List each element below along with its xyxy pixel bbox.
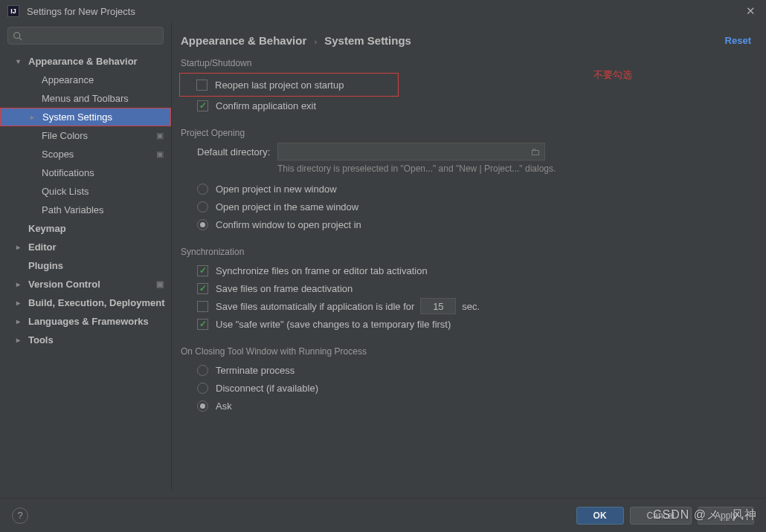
app-logo-icon: IJ [7,5,19,17]
footer: ? OK Cancel Apply [0,498,766,532]
confirm-exit-row[interactable]: Confirm application exit [181,97,751,114]
tree-appearance-behavior[interactable]: ▾Appearance & Behavior [0,52,171,71]
main-panel: Appearance & Behavior › System Settings … [172,22,766,490]
svg-line-1 [19,37,22,39]
project-icon: ▣ [156,279,164,289]
section-startup: Startup/Shutdown [181,58,751,68]
chevron-right-icon: ▸ [30,113,34,121]
sidebar: ▾Appearance & Behavior Appearance Menus … [0,22,172,490]
svg-point-0 [14,32,20,38]
sync-idle-row[interactable]: Save files automatically if application … [181,297,751,315]
chevron-right-icon: › [314,37,317,46]
close-ask-row[interactable]: Ask [181,397,751,415]
default-directory-input[interactable]: 🗀 [277,143,545,160]
checkbox-checked[interactable] [197,319,208,330]
safe-write-row[interactable]: Use "safe write" (save changes to a temp… [181,315,751,333]
open-same-window-row[interactable]: Open project in the same window [181,198,751,215]
tree-path-variables[interactable]: Path Variables [0,201,171,219]
tree-editor[interactable]: ▸Editor [0,238,171,256]
tree-version-control[interactable]: ▸Version Control▣ [0,275,171,293]
section-sync: Synchronization [181,247,751,257]
ok-button[interactable]: OK [576,507,624,525]
close-terminate-row[interactable]: Terminate process [181,361,751,379]
default-directory-row: Default directory: 🗀 [181,143,751,160]
checkbox-checked[interactable] [197,100,208,111]
tree-plugins[interactable]: Plugins [0,256,171,275]
title-bar: IJ Settings for New Projects ✕ [0,0,766,22]
breadcrumb: Appearance & Behavior › System Settings … [181,30,751,51]
idle-seconds-input[interactable]: 15 [420,298,456,314]
radio-unchecked[interactable] [197,383,208,394]
section-closing: On Closing Tool Window with Running Proc… [181,346,751,357]
tree-notifications[interactable]: Notifications [0,163,171,182]
window-title: Settings for New Projects [27,6,743,17]
breadcrumb-root[interactable]: Appearance & Behavior [181,34,306,47]
chevron-right-icon: ▸ [16,280,20,288]
radio-unchecked[interactable] [197,184,208,195]
checkbox-unchecked[interactable] [196,80,207,91]
project-icon: ▣ [156,131,164,140]
sync-deactivation-row[interactable]: Save files on frame deactivation [181,279,751,297]
tree-file-colors[interactable]: File Colors▣ [0,126,171,145]
default-directory-label: Default directory: [197,146,277,158]
reopen-last-project-row[interactable]: Reopen last project on startup [180,76,398,94]
reset-link[interactable]: Reset [725,35,751,46]
tree-tools[interactable]: ▸Tools [0,331,171,349]
open-new-window-row[interactable]: Open project in new window [181,180,751,198]
default-directory-hint: This directory is preselected in "Open..… [181,163,751,174]
checkbox-unchecked[interactable] [197,301,208,312]
breadcrumb-leaf: System Settings [324,34,411,47]
radio-unchecked[interactable] [197,201,208,213]
chevron-down-icon: ▾ [16,57,20,65]
radio-checked[interactable] [197,400,208,412]
search-icon [13,31,22,41]
radio-unchecked[interactable] [197,365,208,376]
chevron-right-icon: ▸ [16,299,20,307]
close-disconnect-row[interactable]: Disconnect (if available) [181,379,751,397]
cancel-button[interactable]: Cancel [630,507,692,525]
annotation-text: 不要勾选 [593,68,632,82]
tree-build[interactable]: ▸Build, Execution, Deployment [0,293,171,312]
project-icon: ▣ [156,149,164,159]
annotation-box: Reopen last project on startup [179,73,399,97]
sync-activation-row[interactable]: Synchronize files on frame or editor tab… [181,262,751,279]
tree-quick-lists[interactable]: Quick Lists [0,182,171,201]
apply-button[interactable]: Apply [698,507,754,525]
chevron-right-icon: ▸ [16,336,20,344]
tree-keymap[interactable]: Keymap [0,219,171,238]
tree-scopes[interactable]: Scopes▣ [0,145,171,163]
help-button[interactable]: ? [12,507,28,524]
checkbox-checked[interactable] [197,265,208,276]
tree-menus-toolbars[interactable]: Menus and Toolbars [0,89,171,108]
folder-icon[interactable]: 🗀 [530,146,540,158]
tree-system-settings[interactable]: ▸System Settings [0,108,171,126]
close-icon[interactable]: ✕ [743,4,759,18]
settings-tree: ▾Appearance & Behavior Appearance Menus … [0,49,171,490]
section-project-opening: Project Opening [181,128,751,138]
chevron-right-icon: ▸ [16,243,20,251]
radio-checked[interactable] [197,219,208,230]
chevron-right-icon: ▸ [16,317,20,325]
confirm-window-row[interactable]: Confirm window to open project in [181,215,751,233]
tree-appearance[interactable]: Appearance [0,71,171,89]
tree-languages[interactable]: ▸Languages & Frameworks [0,312,171,331]
search-input[interactable] [7,27,164,45]
checkbox-checked[interactable] [197,283,208,294]
